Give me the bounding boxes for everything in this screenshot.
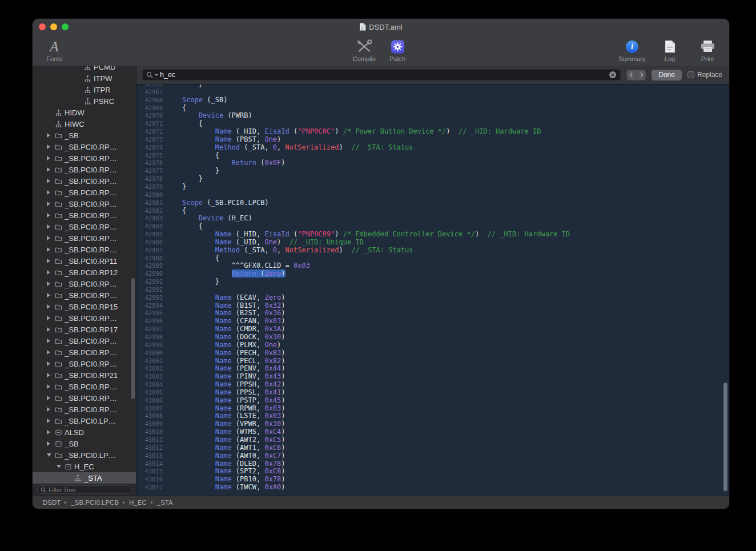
tree-item-hiwc[interactable]: HIWC: [33, 118, 136, 130]
tree-item-sb[interactable]: _SB: [33, 130, 136, 141]
tree-item-sb-pci0-rp[interactable]: _SB.PCI0.RP…: [33, 198, 136, 210]
code-line[interactable]: 43017 Name (IWCW, 0xA0): [136, 484, 729, 492]
filter-field[interactable]: [37, 485, 131, 494]
print-button[interactable]: Print: [693, 39, 722, 62]
tree-item-sb-pci0-rp11[interactable]: _SB.PCI0.RP11: [33, 255, 136, 267]
disclosure-collapsed-icon[interactable]: [47, 156, 55, 160]
disclosure-collapsed-icon[interactable]: [47, 236, 55, 240]
code-line[interactable]: 42975 {: [136, 152, 729, 160]
tree-item-sb-pci0-rp[interactable]: _SB.PCI0.RP…: [33, 244, 136, 255]
code-line[interactable]: 42992: [136, 286, 729, 294]
tree-item-sb-pci0-rp[interactable]: _SB.PCI0.RP…: [33, 141, 136, 152]
disclosure-collapsed-icon[interactable]: [47, 396, 55, 400]
disclosure-collapsed-icon[interactable]: [47, 384, 55, 389]
code-line[interactable]: 42982 {: [136, 207, 729, 215]
tree-item-sb-pci0-rp[interactable]: _SB.PCI0.RP…: [33, 358, 136, 369]
disclosure-collapsed-icon[interactable]: [47, 327, 55, 332]
code-line[interactable]: 43013 Name (AWT0, 0xC7): [136, 452, 729, 460]
tree-item-sta[interactable]: _STA: [33, 472, 136, 484]
tree-item-sb[interactable]: _SB: [33, 438, 136, 449]
clear-search-icon[interactable]: [609, 71, 617, 79]
code-line[interactable]: 42991 }: [136, 278, 729, 286]
code-line[interactable]: 43003 Name (PINV, 0x43): [136, 373, 729, 381]
code-line[interactable]: 43002 Name (PENV, 0x44): [136, 365, 729, 373]
code-line[interactable]: 43015 Name (SPT2, 0xC8): [136, 468, 729, 476]
code-line[interactable]: 42989 ^^^GFX0.CLID = 0x03: [136, 262, 729, 270]
code-line[interactable]: 42980: [136, 191, 729, 199]
breadcrumb-item[interactable]: H_EC: [129, 499, 147, 506]
tree-item-sb-pci0-rp12[interactable]: _SB.PCI0.RP12: [33, 267, 136, 278]
code-line[interactable]: 43006 Name (PSTP, 0x45): [136, 397, 729, 405]
code-line[interactable]: 43009 Name (VPWR, 0x30): [136, 420, 729, 428]
breadcrumb-item[interactable]: _STA: [157, 499, 173, 506]
disclosure-collapsed-icon[interactable]: [47, 202, 55, 206]
tree-item-sb-pci0-rp[interactable]: _SB.PCI0.RP…: [33, 278, 136, 289]
code-line[interactable]: 42984 {: [136, 223, 729, 231]
search-options-chevron-icon[interactable]: [155, 74, 158, 76]
find-previous-button[interactable]: [627, 70, 636, 80]
tree-item-sb-pci0-rp[interactable]: _SB.PCI0.RP…: [33, 404, 136, 415]
tree-item-sb-pci0-rp[interactable]: _SB.PCI0.RP…: [33, 335, 136, 347]
patch-button[interactable]: Patch: [383, 39, 412, 62]
code-line[interactable]: 42966 }: [136, 85, 729, 89]
disclosure-collapsed-icon[interactable]: [47, 430, 55, 435]
code-line[interactable]: 42987 Method (_STA, 0, NotSerialized) //…: [136, 247, 729, 255]
code-line[interactable]: 42981 Scope (_SB.PCI0.LPCB): [136, 199, 729, 207]
code-line[interactable]: 42977 }: [136, 167, 729, 175]
disclosure-collapsed-icon[interactable]: [47, 339, 55, 343]
sidebar-tree[interactable]: PCMDITPWITPRPSRCHIDWHIWC_SB_SB.PCI0.RP…_…: [33, 66, 136, 484]
tree-item-sb-pci0-rp[interactable]: _SB.PCI0.RP…: [33, 392, 136, 404]
find-input[interactable]: [160, 71, 607, 79]
editor-scrollbar[interactable]: [723, 383, 727, 491]
code-line[interactable]: 43004 Name (PPSH, 0x42): [136, 381, 729, 389]
disclosure-collapsed-icon[interactable]: [47, 407, 55, 412]
code-line[interactable]: 43014 Name (DLED, 0x78): [136, 460, 729, 468]
code-line[interactable]: 42971 {: [136, 120, 729, 128]
disclosure-collapsed-icon[interactable]: [47, 167, 55, 172]
breadcrumb-item[interactable]: _SB.PCI0.LPCB: [71, 499, 119, 506]
code-line[interactable]: 42967: [136, 89, 729, 96]
code-line[interactable]: 43007 Name (RPWR, 0x03): [136, 405, 729, 413]
tree-item-sb-pci0-rp15[interactable]: _SB.PCI0.RP15: [33, 301, 136, 312]
minimize-button[interactable]: [50, 23, 57, 30]
code-line[interactable]: 42998 Name (DOCK, 0x30): [136, 333, 729, 341]
code-line[interactable]: 43008 Name (LSTE, 0x03): [136, 412, 729, 420]
tree-item-sb-pci0-rp[interactable]: _SB.PCI0.RP…: [33, 175, 136, 187]
code-line[interactable]: 42976 Return (0x0F): [136, 159, 729, 167]
disclosure-collapsed-icon[interactable]: [47, 281, 55, 286]
code-line[interactable]: 42969 {: [136, 104, 729, 112]
code-line[interactable]: 43010 Name (WTMS, 0xC4): [136, 428, 729, 436]
summary-button[interactable]: i Summary: [617, 39, 647, 62]
disclosure-collapsed-icon[interactable]: [47, 419, 55, 423]
find-next-button[interactable]: [636, 70, 645, 80]
tree-item-sb-pci0-rp[interactable]: _SB.PCI0.RP…: [33, 347, 136, 358]
find-search-field[interactable]: [142, 69, 621, 81]
tree-item-sb-pci0-rp[interactable]: _SB.PCI0.RP…: [33, 210, 136, 221]
disclosure-collapsed-icon[interactable]: [47, 350, 55, 355]
tree-item-alsd[interactable]: ALSD: [33, 427, 136, 438]
tree-item-hidw[interactable]: HIDW: [33, 107, 136, 118]
code-line[interactable]: 43005 Name (PPSL, 0x41): [136, 389, 729, 397]
code-line[interactable]: 42973 Name (PBST, One): [136, 136, 729, 144]
tree-item-sb-pci0-rp[interactable]: _SB.PCI0.RP…: [33, 381, 136, 392]
code-line[interactable]: 42995 Name (B2ST, 0x36): [136, 309, 729, 317]
code-line[interactable]: 42985 Name (_HID, EisaId ("PNP0C09") /* …: [136, 231, 729, 239]
code-line[interactable]: 43000 Name (PECH, 0x83): [136, 349, 729, 357]
replace-checkbox[interactable]: [687, 71, 694, 78]
zoom-button[interactable]: [62, 23, 69, 30]
tree-item-sb-pci0-rp[interactable]: _SB.PCI0.RP…: [33, 164, 136, 175]
tree-item-sb-pci0-rp21[interactable]: _SB.PCI0.RP21: [33, 369, 136, 381]
tree-item-itpw[interactable]: ITPW: [33, 73, 136, 84]
disclosure-collapsed-icon[interactable]: [47, 144, 55, 149]
disclosure-collapsed-icon[interactable]: [47, 213, 55, 218]
code-line[interactable]: 42996 Name (CFAN, 0x03): [136, 317, 729, 325]
tree-item-h-ec[interactable]: H_EC: [33, 461, 136, 472]
done-button[interactable]: Done: [652, 70, 682, 81]
code-line[interactable]: 42979 }: [136, 183, 729, 191]
close-button[interactable]: [39, 23, 46, 30]
disclosure-collapsed-icon[interactable]: [47, 304, 55, 309]
disclosure-collapsed-icon[interactable]: [47, 224, 55, 229]
code-line[interactable]: 42974 Method (_STA, 0, NotSerialized) //…: [136, 144, 729, 152]
disclosure-collapsed-icon[interactable]: [47, 259, 55, 263]
tree-item-psrc[interactable]: PSRC: [33, 95, 136, 107]
